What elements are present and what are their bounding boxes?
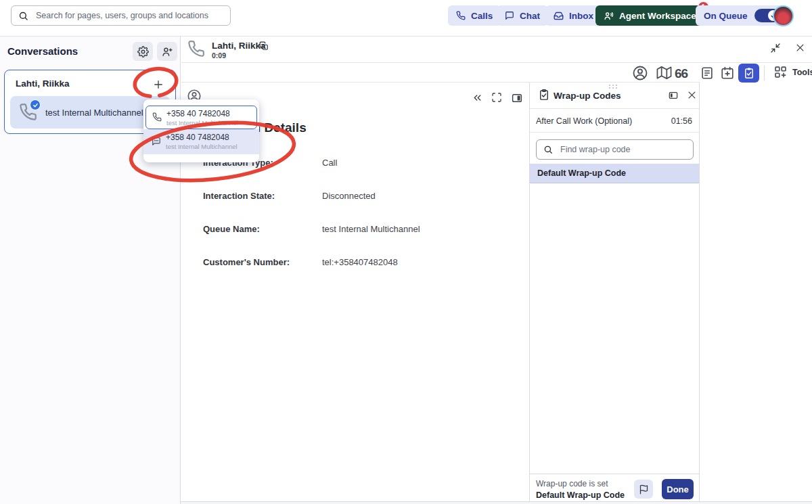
agent-workspace-label: Agent Workspace xyxy=(619,11,696,21)
detail-value: Disconnected xyxy=(322,191,376,201)
phone-icon xyxy=(187,40,205,58)
calendar-add-icon xyxy=(720,66,735,81)
tools-button[interactable]: Tools xyxy=(769,64,812,80)
copy-icon xyxy=(259,41,269,51)
inbox-icon xyxy=(554,11,564,21)
chevrons-left-icon xyxy=(472,92,483,104)
user-avatar[interactable] xyxy=(773,5,794,26)
wrapup-code-label: Default Wrap-up Code xyxy=(537,168,626,178)
collapse-icon xyxy=(770,43,781,53)
close-panel-button[interactable] xyxy=(683,89,701,101)
inbox-label: Inbox xyxy=(569,11,593,21)
phone-icon xyxy=(456,11,466,20)
chat-label: Chat xyxy=(520,11,540,21)
done-button[interactable]: Done xyxy=(662,479,694,499)
interaction-header: Lahti, Riikka 0:09 xyxy=(181,36,812,63)
add-interaction-button[interactable] xyxy=(147,74,170,95)
copy-button[interactable] xyxy=(258,40,270,52)
close-icon xyxy=(687,90,697,100)
toolbar-separator xyxy=(764,66,765,81)
fullscreen-button[interactable] xyxy=(487,91,506,104)
clipboard-check-icon xyxy=(538,89,550,101)
agent-voice-icon xyxy=(604,11,614,21)
global-search[interactable] xyxy=(11,5,231,26)
inbox-button[interactable]: Inbox xyxy=(545,5,602,26)
notes-icon xyxy=(700,66,715,81)
drag-handle-icon[interactable] xyxy=(608,84,618,89)
search-icon xyxy=(543,145,553,154)
wrapup-code-row-selected[interactable]: Default Wrap-up Code xyxy=(530,164,699,183)
notes-tab-button[interactable] xyxy=(696,65,719,81)
side-panel-toggle-button[interactable] xyxy=(507,91,527,105)
acw-row: After Call Work (Optional) 01:56 xyxy=(530,109,699,133)
detail-value: tel:+358407482048 xyxy=(322,257,398,267)
acw-timer: 01:56 xyxy=(671,116,692,126)
close-window-button[interactable] xyxy=(791,42,809,53)
person-add-icon xyxy=(162,46,173,58)
gear-icon xyxy=(137,46,149,58)
collapse-pane-button[interactable] xyxy=(468,91,487,104)
detail-label: Interaction State: xyxy=(203,191,275,201)
flag-button[interactable] xyxy=(634,480,653,499)
settings-button[interactable] xyxy=(133,42,153,61)
conversation-name: Lahti, Riikka xyxy=(16,78,70,89)
contact-method-popup: +358 40 7482048 test Internal Multichann… xyxy=(143,99,259,162)
schedule-tab-button[interactable] xyxy=(716,65,739,81)
panel-expand-icon xyxy=(668,90,679,101)
tools-label: Tools xyxy=(792,68,812,77)
acw-label: After Call Work (Optional) xyxy=(536,116,632,126)
channel-label: test Internal Multichannel xyxy=(45,108,143,118)
popup-item-title: +358 40 7482048 xyxy=(166,133,229,142)
map-icon xyxy=(656,65,672,81)
expand-panel-button[interactable] xyxy=(664,89,683,101)
wrapup-title: Wrap-up Codes xyxy=(554,91,621,101)
collapse-window-button[interactable] xyxy=(766,42,785,54)
grid-plus-icon xyxy=(773,65,788,79)
detail-value: Call xyxy=(322,158,337,168)
flag-icon xyxy=(639,484,649,495)
popup-item-subtitle: test Internal Multichannel xyxy=(166,119,238,127)
search-icon xyxy=(18,11,28,21)
detail-label: Queue Name: xyxy=(203,224,260,234)
wrapup-status: Wrap-up code is set xyxy=(536,479,608,488)
chat-button[interactable]: Chat xyxy=(497,5,548,26)
profile-circle-icon xyxy=(632,65,648,81)
sms-icon xyxy=(152,137,161,146)
plus-icon xyxy=(152,78,164,91)
wrapup-footer: Wrap-up code is set Default Wrap-up Code… xyxy=(530,474,699,502)
wrapup-search[interactable] xyxy=(536,139,694,160)
maximize-icon xyxy=(491,92,502,103)
wrapup-codes-panel: Wrap-up Codes After Call Work (Optional)… xyxy=(529,83,700,502)
side-panel-icon xyxy=(511,92,523,104)
interaction-timer: 0:09 xyxy=(212,51,226,60)
popup-item-message[interactable]: +358 40 7482048 test Internal Multichann… xyxy=(143,129,259,154)
close-icon xyxy=(795,43,805,53)
quotes-icon[interactable]: 66 xyxy=(675,67,687,80)
detail-label: Customer's Number: xyxy=(203,257,290,267)
popup-item-title: +358 40 7482048 xyxy=(166,110,230,118)
add-person-button[interactable] xyxy=(157,42,177,61)
phone-icon xyxy=(152,112,162,122)
calls-label: Calls xyxy=(471,11,493,21)
wrapup-search-input[interactable] xyxy=(559,144,686,155)
wrapup-tab-button-active[interactable] xyxy=(738,64,759,83)
popup-item-subtitle: test Internal Multichannel xyxy=(166,143,238,150)
popup-item-call[interactable]: +358 40 7482048 test Internal Multichann… xyxy=(145,106,257,129)
profile-tab-button[interactable] xyxy=(628,64,652,82)
clipboard-check-icon xyxy=(743,67,755,79)
chat-icon xyxy=(505,11,514,20)
check-badge-icon xyxy=(30,99,41,110)
phone-icon xyxy=(19,103,37,121)
wrapup-header: Wrap-up Codes xyxy=(530,83,699,109)
on-queue-label: On Queue xyxy=(704,11,748,21)
search-input[interactable] xyxy=(35,10,223,21)
conversations-title: Conversations xyxy=(7,45,78,57)
top-bar: Calls Chat Inbox Agent Workspace 1 On Qu… xyxy=(0,0,812,37)
agent-workspace-button[interactable]: Agent Workspace 1 xyxy=(595,5,704,26)
calls-button[interactable]: Calls xyxy=(448,5,501,26)
detail-value: test Internal Multichannel xyxy=(322,224,420,234)
wrapup-selected-code: Default Wrap-up Code xyxy=(536,490,625,500)
journey-tab-button[interactable] xyxy=(652,64,676,81)
interaction-toolbar: 66 Tools xyxy=(181,63,812,83)
